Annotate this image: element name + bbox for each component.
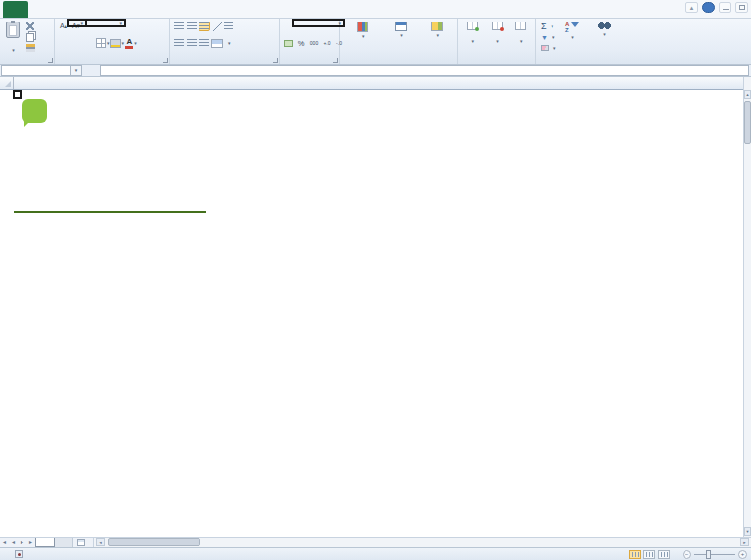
normal-view-button[interactable] (629, 550, 641, 559)
ribbon-group-modificar: Σ▾ ▼▾ ▾ AZ ▾ ▾ (536, 19, 641, 64)
horizontal-scrollbar[interactable]: ◄ ► (93, 538, 751, 547)
conditional-formatting-button[interactable]: ▾ (343, 21, 381, 54)
wrap-text-icon (224, 22, 233, 30)
zoom-slider-thumb[interactable] (706, 550, 711, 559)
name-box[interactable] (1, 65, 71, 76)
sheet-tab-gantt-planification[interactable] (35, 538, 55, 547)
delete-cells-icon (492, 22, 503, 30)
format-cells-button[interactable]: ▾ (508, 21, 533, 54)
sort-filter-icon: AZ (565, 22, 579, 33)
font-size-select[interactable]: ▾ (67, 19, 87, 27)
find-select-button[interactable]: ▾ (589, 21, 621, 54)
copy-button[interactable] (24, 32, 36, 42)
vertical-scrollbar[interactable]: ▲ ▼ (743, 77, 751, 537)
format-as-table-button[interactable]: ▾ (381, 21, 420, 54)
cell-styles-icon (431, 22, 443, 31)
cell-styles-button[interactable]: ▾ (420, 21, 455, 54)
window-controls: ▴ (685, 2, 748, 13)
number-format-select[interactable]: ▾ (292, 19, 345, 27)
zoom-in-icon[interactable]: + (738, 550, 747, 559)
copy-icon (26, 33, 34, 42)
ribbon-group-alineacion: ▾ (170, 19, 280, 64)
align-right-button[interactable] (199, 38, 210, 48)
comma-style-button[interactable]: 000 (308, 38, 320, 48)
minimize-icon[interactable] (719, 2, 731, 13)
fill-color-button[interactable]: ▾ (110, 38, 125, 48)
increase-decimal-button[interactable]: +.0 (321, 38, 332, 48)
fill-button[interactable]: ▼▾ (541, 32, 554, 43)
font-color-button[interactable]: A▾ (125, 38, 137, 48)
insert-worksheet-icon (77, 539, 85, 546)
autosum-button[interactable]: Σ▾ (541, 22, 553, 32)
select-all-corner[interactable] (0, 77, 14, 89)
zoom-slider[interactable] (694, 550, 735, 559)
file-tab[interactable] (3, 1, 28, 18)
last-sheet-icon[interactable]: ► (26, 538, 35, 547)
paste-button[interactable]: ▾ (3, 21, 22, 54)
sheet-tab-strip: ◄ ◄ ► ► ◄ ► (0, 537, 751, 547)
format-painter-button[interactable] (24, 43, 36, 53)
sigma-icon: Σ (541, 22, 547, 31)
dialog-launcher-icon[interactable] (163, 58, 168, 63)
formula-input[interactable] (100, 65, 749, 76)
first-sheet-icon[interactable]: ◄ (0, 538, 9, 547)
excel-window: ▴ ▾ ▾ (0, 0, 751, 560)
format-painter-icon (26, 44, 35, 52)
help-icon[interactable] (702, 2, 715, 13)
align-top-icon (174, 22, 184, 30)
eraser-icon (541, 45, 549, 51)
name-box-dropdown-icon[interactable]: ▾ (71, 65, 82, 76)
horizontal-scroll-thumb[interactable] (108, 538, 200, 546)
scroll-right-icon[interactable]: ► (740, 538, 749, 546)
ribbon-group-numero: ▾ % 000 +.0 -.0 (280, 19, 340, 64)
italic-button[interactable] (70, 38, 82, 48)
sheet-tab-project-overview[interactable] (55, 538, 73, 547)
page-break-view-button[interactable] (658, 550, 670, 559)
worksheet-grid[interactable] (0, 90, 743, 537)
sort-filter-button[interactable]: AZ ▾ (556, 21, 589, 54)
bold-button[interactable] (58, 38, 69, 48)
borders-button[interactable]: ▾ (96, 38, 110, 48)
scroll-down-icon[interactable]: ▼ (744, 527, 751, 536)
page-layout-view-button[interactable] (643, 550, 655, 559)
align-top-button[interactable] (173, 22, 185, 31)
dialog-launcher-icon[interactable] (273, 58, 278, 63)
align-middle-button[interactable] (186, 22, 198, 31)
dialog-launcher-icon[interactable] (48, 58, 53, 63)
align-bottom-button[interactable] (199, 22, 210, 31)
scroll-left-icon[interactable]: ◄ (96, 538, 105, 546)
align-left-button[interactable] (173, 38, 185, 48)
table-icon (395, 22, 407, 31)
clear-button[interactable]: ▾ (541, 42, 556, 53)
formula-bar: ▾ (0, 65, 751, 77)
macro-record-icon[interactable] (15, 550, 23, 558)
restore-icon[interactable] (735, 2, 748, 13)
align-left-icon (174, 39, 184, 47)
accounting-format-button[interactable] (283, 38, 294, 48)
merge-center-icon (211, 39, 223, 48)
format-cells-icon (515, 22, 526, 30)
next-sheet-icon[interactable]: ► (18, 538, 26, 547)
delete-cells-button[interactable]: ▾ (485, 21, 509, 54)
wrap-text-button[interactable] (224, 22, 235, 32)
binoculars-icon (598, 22, 611, 30)
ribbon-tab-bar: ▴ (0, 0, 751, 19)
cut-button[interactable] (24, 22, 36, 31)
scroll-up-icon[interactable]: ▲ (744, 90, 751, 99)
underline-button[interactable] (83, 38, 95, 48)
insert-worksheet-tab[interactable] (73, 538, 89, 547)
align-center-button[interactable] (186, 38, 198, 48)
merge-center-button[interactable]: ▾ (211, 38, 231, 49)
vertical-scroll-thumb[interactable] (744, 101, 751, 144)
align-right-icon (199, 39, 209, 47)
insert-cells-button[interactable]: ▾ (461, 21, 485, 54)
insert-cells-icon (467, 22, 478, 30)
orientation-button[interactable] (211, 22, 223, 31)
percent-style-button[interactable]: % (295, 38, 307, 48)
collapse-ribbon-icon[interactable]: ▴ (685, 2, 698, 13)
prev-sheet-icon[interactable]: ◄ (9, 538, 18, 547)
header-underline (14, 211, 206, 213)
zoom-out-icon[interactable]: − (683, 550, 691, 559)
borders-icon (96, 38, 106, 48)
dialog-launcher-icon[interactable] (333, 58, 338, 63)
